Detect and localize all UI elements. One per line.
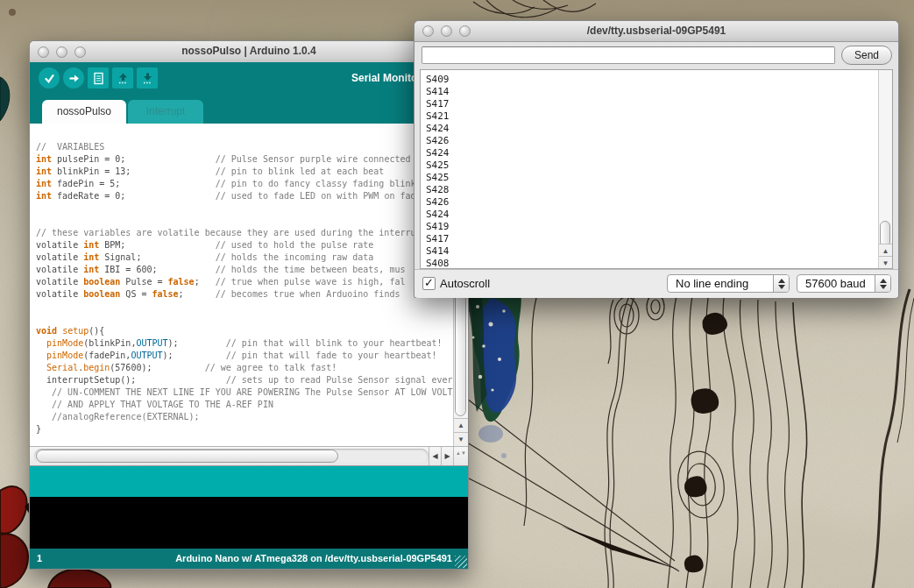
- tab-nossopulso[interactable]: nossoPulso: [42, 100, 126, 124]
- serial-send-input[interactable]: [422, 46, 835, 64]
- scroll-up-arrow-icon[interactable]: ▲: [454, 418, 468, 432]
- serial-output: S409S414S417S421S424S426S424S425S425S428…: [420, 69, 893, 269]
- scrollbar-corner: ▲▼: [453, 447, 468, 465]
- code-area: // VARIABLESint pulsePin = 0; // Pulse S…: [36, 141, 458, 436]
- baud-rate-value: 57600 baud: [805, 277, 866, 290]
- ide-window: nossoPulso | Arduino 1.0.4 Serial Monito…: [29, 40, 469, 570]
- stepper-arrows-icon: [773, 275, 789, 292]
- serial-titlebar[interactable]: /dev/tty.usbserial-09GP5491: [414, 21, 898, 42]
- document-icon: [92, 72, 105, 85]
- serial-bottom-bar: ✓ Autoscroll No line ending 57600 baud: [414, 269, 898, 298]
- new-sketch-button[interactable]: [88, 67, 109, 89]
- ide-status-bar: 1 Arduino Nano w/ ATmega328 on /dev/tty.…: [30, 549, 468, 569]
- upload-button[interactable]: [63, 67, 84, 89]
- serial-input-row: Send: [414, 41, 898, 69]
- serial-window-title: /dev/tty.usbserial-09GP5491: [414, 25, 898, 37]
- arrow-right-icon: [67, 72, 81, 85]
- resize-grip[interactable]: [455, 556, 467, 568]
- scroll-down-arrow-icon[interactable]: ▼: [454, 432, 468, 446]
- editor-hscroll-track[interactable]: [34, 449, 429, 464]
- arrow-down-icon: [141, 72, 154, 85]
- serial-vscrollbar[interactable]: ▲ ▼: [878, 70, 892, 268]
- line-ending-value: No line ending: [676, 277, 748, 290]
- board-port-info: Arduino Nano w/ ATmega328 on /dev/tty.us…: [175, 553, 452, 563]
- ide-toolbar: Serial Monitor: [30, 62, 468, 94]
- serial-monitor-label[interactable]: Serial Monitor: [351, 72, 422, 84]
- scroll-right-arrow-icon[interactable]: ▶: [441, 447, 453, 465]
- stepper-arrows-icon: [875, 275, 890, 292]
- ide-titlebar[interactable]: nossoPulso | Arduino 1.0.4: [30, 41, 468, 63]
- open-sketch-button[interactable]: [112, 67, 133, 89]
- verify-button[interactable]: [39, 67, 60, 89]
- tab-bar: nossoPulso Interrupt: [30, 94, 468, 124]
- ide-window-title: nossoPulso | Arduino 1.0.4: [30, 45, 468, 57]
- scroll-down-arrow-icon[interactable]: ▼: [879, 256, 892, 269]
- send-button[interactable]: Send: [841, 46, 892, 65]
- line-number: 1: [37, 553, 42, 563]
- editor-hscroll-thumb[interactable]: [36, 450, 338, 463]
- line-ending-select[interactable]: No line ending: [667, 274, 790, 293]
- arrow-up-icon: [117, 72, 130, 85]
- tab-interrupt[interactable]: Interrupt: [128, 100, 203, 124]
- screen: nossoPulso | Arduino 1.0.4 Serial Monito…: [0, 0, 914, 588]
- serial-monitor-window: /dev/tty.usbserial-09GP5491 Send S409S41…: [414, 20, 899, 298]
- autoscroll-label: Autoscroll: [440, 277, 490, 290]
- status-message-strip: [30, 466, 468, 497]
- console-output: [30, 497, 468, 549]
- baud-rate-select[interactable]: 57600 baud: [797, 274, 891, 293]
- editor-hscrollbar[interactable]: ◀ ▶ ▲▼: [30, 446, 468, 466]
- serial-output-text: S409S414S417S421S424S426S424S425S425S428…: [426, 74, 450, 269]
- scroll-left-arrow-icon[interactable]: ◀: [429, 447, 441, 465]
- save-sketch-button[interactable]: [137, 67, 158, 89]
- autoscroll-checkbox[interactable]: ✓: [422, 277, 436, 290]
- check-icon: [43, 72, 56, 85]
- code-editor[interactable]: // VARIABLESint pulsePin = 0; // Pulse S…: [30, 124, 468, 446]
